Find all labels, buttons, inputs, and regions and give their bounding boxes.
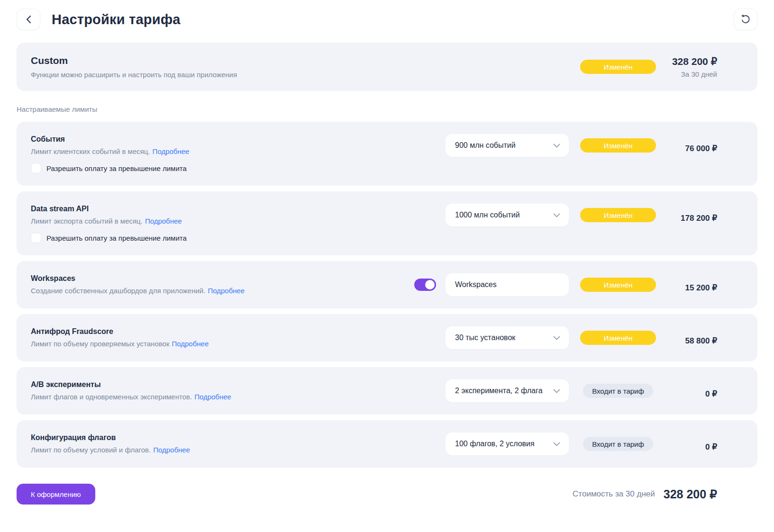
total-price: 328 200 ₽ bbox=[664, 487, 717, 501]
toggle-knob bbox=[425, 280, 435, 289]
chevron-down-icon bbox=[553, 389, 560, 393]
limit-title: A/B эксперименты bbox=[31, 380, 446, 389]
limit-price-column: 76 000 ₽ bbox=[667, 137, 743, 153]
limit-select-value: 2 эксперимента, 2 флага bbox=[455, 387, 543, 395]
limit-description: Лимит по объему условий и флагов.Подробн… bbox=[31, 446, 446, 454]
reset-button[interactable] bbox=[734, 9, 757, 30]
limit-select[interactable]: Workspaces bbox=[446, 273, 569, 296]
overage-checkbox-label: Разрешить оплату за превышение лимита bbox=[46, 234, 187, 242]
tariff-settings-page: Настройки тарифа Custom Функции можно ра… bbox=[0, 0, 774, 505]
details-link[interactable]: Подробнее bbox=[172, 340, 209, 348]
limit-row: A/B эксперименты Лимит флагов и одноврем… bbox=[17, 367, 757, 415]
limit-description-text: Лимит по объему условий и флагов. bbox=[31, 446, 151, 454]
overage-checkbox-label: Разрешить оплату за превышение лимита bbox=[46, 164, 187, 172]
limit-price: 58 800 ₽ bbox=[667, 336, 717, 346]
limit-select-value: 900 млн событий bbox=[455, 141, 516, 150]
limit-price-column: 0 ₽ bbox=[667, 436, 743, 452]
reset-icon bbox=[740, 14, 751, 25]
limit-controls: 2 эксперимента, 2 флага Входит в тариф 0… bbox=[446, 379, 743, 402]
limit-badge-column: Входит в тариф bbox=[580, 437, 656, 451]
plan-price-column: 328 200 ₽ За 30 дней bbox=[667, 56, 743, 78]
limit-description-text: Лимит флагов и одновременных эксперимент… bbox=[31, 393, 192, 401]
limit-status-badge: Изменён bbox=[580, 331, 656, 345]
limit-row: Антифрод Fraudscore Лимит по объему пров… bbox=[17, 314, 757, 361]
limit-description: Лимит экспорта событий в месяц.Подробнее bbox=[31, 217, 446, 225]
chevron-down-icon bbox=[553, 213, 560, 217]
limit-badge-column: Изменён bbox=[580, 208, 656, 222]
details-link[interactable]: Подробнее bbox=[208, 287, 245, 295]
limit-select[interactable]: 30 тыс установок bbox=[446, 326, 569, 349]
limit-price-column: 15 200 ₽ bbox=[667, 277, 743, 293]
plan-status-badge: Изменён bbox=[580, 60, 656, 74]
limit-status-badge: Изменён bbox=[580, 208, 656, 222]
limit-title: Антифрод Fraudscore bbox=[31, 327, 446, 336]
limit-title: События bbox=[31, 135, 446, 144]
limit-info: События Лимит клиентских событий в месяц… bbox=[31, 134, 446, 173]
page-header: Настройки тарифа bbox=[17, 6, 757, 33]
plan-price: 328 200 ₽ bbox=[667, 56, 717, 67]
limit-status-badge: Входит в тариф bbox=[583, 437, 653, 451]
details-link[interactable]: Подробнее bbox=[153, 446, 190, 454]
details-link[interactable]: Подробнее bbox=[145, 217, 182, 225]
limit-badge-column: Входит в тариф bbox=[580, 384, 656, 398]
limit-price: 178 200 ₽ bbox=[667, 213, 717, 223]
limit-title: Конфигурация флагов bbox=[31, 433, 446, 442]
limit-select[interactable]: 2 эксперимента, 2 флага bbox=[446, 379, 569, 402]
overage-checkbox-row: Разрешить оплату за превышение лимита bbox=[31, 233, 446, 243]
limit-info: A/B эксперименты Лимит флагов и одноврем… bbox=[31, 379, 446, 401]
total-wrap: Стоимость за 30 дней 328 200 ₽ bbox=[573, 487, 757, 501]
chevron-down-icon bbox=[553, 336, 560, 340]
limit-description-text: Создание собственных дашбордов для прило… bbox=[31, 287, 205, 295]
limit-info: Workspaces Создание собственных дашбордо… bbox=[31, 273, 414, 295]
details-link[interactable]: Подробнее bbox=[153, 147, 190, 155]
chevron-down-icon bbox=[553, 144, 560, 148]
details-link[interactable]: Подробнее bbox=[194, 393, 231, 401]
limit-status-badge: Изменён bbox=[580, 278, 656, 292]
chevron-down-icon bbox=[553, 442, 560, 446]
limit-price-column: 178 200 ₽ bbox=[667, 207, 743, 223]
checkout-button[interactable]: К оформлению bbox=[17, 484, 95, 505]
feature-toggle[interactable] bbox=[414, 279, 436, 291]
limit-description-text: Лимит клиентских событий в месяц. bbox=[31, 147, 150, 155]
plan-description: Функции можно расширить и настроить под … bbox=[31, 71, 569, 79]
limit-info: Data stream API Лимит экспорта событий в… bbox=[31, 204, 446, 243]
limit-select-value: 30 тыс установок bbox=[455, 334, 515, 342]
limit-select-value: Workspaces bbox=[455, 280, 497, 289]
limit-info: Антифрод Fraudscore Лимит по объему пров… bbox=[31, 326, 446, 348]
limit-select[interactable]: 100 флагов, 2 условия bbox=[446, 433, 569, 455]
limit-controls: 1000 млн событий Изменён 178 200 ₽ bbox=[446, 204, 743, 226]
plan-period: За 30 дней bbox=[667, 70, 717, 78]
plan-info: Custom Функции можно расширить и настрои… bbox=[31, 55, 569, 79]
limit-price: 0 ₽ bbox=[667, 389, 717, 399]
limit-row: События Лимит клиентских событий в месяц… bbox=[17, 122, 757, 186]
limit-select[interactable]: 1000 млн событий bbox=[446, 204, 569, 226]
limit-price-column: 0 ₽ bbox=[667, 383, 743, 399]
limit-description: Лимит по объему проверяемых установокПод… bbox=[31, 340, 446, 348]
limit-description: Создание собственных дашбордов для прило… bbox=[31, 287, 414, 295]
limits-list: События Лимит клиентских событий в месяц… bbox=[17, 122, 757, 468]
overage-checkbox[interactable] bbox=[31, 163, 41, 173]
page-title: Настройки тарифа bbox=[52, 12, 181, 27]
limit-select-value: 1000 млн событий bbox=[455, 211, 520, 219]
limit-row: Workspaces Создание собственных дашбордо… bbox=[17, 261, 757, 308]
limit-row: Data stream API Лимит экспорта событий в… bbox=[17, 191, 757, 255]
limit-select[interactable]: 900 млн событий bbox=[446, 134, 569, 157]
section-title-limits: Настраиваемые лимиты bbox=[17, 105, 757, 113]
limit-description-text: Лимит по объему проверяемых установок bbox=[31, 340, 169, 348]
limit-select-value: 100 флагов, 2 условия bbox=[455, 440, 535, 448]
overage-checkbox-row: Разрешить оплату за превышение лимита bbox=[31, 163, 446, 173]
limit-description: Лимит клиентских событий в месяц.Подробн… bbox=[31, 147, 446, 155]
total-label: Стоимость за 30 дней bbox=[573, 489, 655, 499]
limit-info: Конфигурация флагов Лимит по объему усло… bbox=[31, 433, 446, 454]
limit-description: Лимит флагов и одновременных эксперимент… bbox=[31, 393, 446, 401]
limit-status-badge: Входит в тариф bbox=[583, 384, 653, 398]
limit-description-text: Лимит экспорта событий в месяц. bbox=[31, 217, 143, 225]
back-button[interactable] bbox=[17, 9, 40, 30]
limit-price: 76 000 ₽ bbox=[667, 144, 717, 153]
plan-summary-card: Custom Функции можно расширить и настрои… bbox=[17, 43, 757, 91]
limit-controls: 100 флагов, 2 условия Входит в тариф 0 ₽ bbox=[446, 433, 743, 455]
overage-checkbox[interactable] bbox=[31, 233, 41, 243]
limit-status-badge: Изменён bbox=[580, 138, 656, 153]
limit-controls: 30 тыс установок Изменён 58 800 ₽ bbox=[446, 326, 743, 349]
limit-price: 0 ₽ bbox=[667, 442, 717, 452]
